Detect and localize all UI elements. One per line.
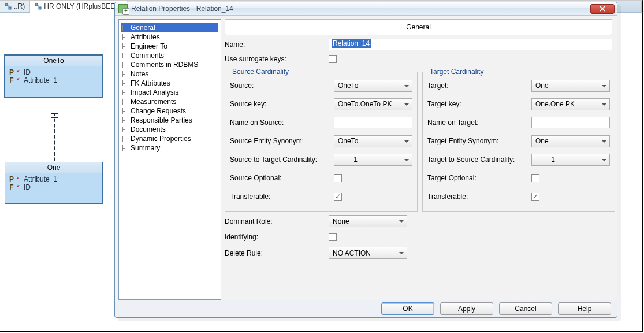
app-tab-2[interactable]: HR ONLY (HRplusBEER) <box>30 1 128 13</box>
target-select[interactable]: One <box>531 80 610 92</box>
nav-item-impact-analysis[interactable]: Impact Analysis <box>121 88 218 97</box>
target-to-source-card-label: Target to Source Cardinality: <box>427 156 531 164</box>
surrogate-label: Use surrogate keys: <box>225 55 329 63</box>
source-synonym-label: Source Entity Synonym: <box>230 137 334 145</box>
source-legend: Source Cardinality <box>230 68 291 76</box>
attr-required-icon: * <box>17 183 21 191</box>
name-input[interactable]: Relation_14 <box>329 39 612 50</box>
entity-title: One <box>5 162 102 173</box>
relation-end-marker <box>51 113 58 114</box>
source-cardinality-group: Source Cardinality Source:OneTo Source k… <box>225 68 418 212</box>
dominant-role-select[interactable]: None <box>329 215 407 227</box>
diagram-icon <box>35 3 42 10</box>
relation-end-marker <box>51 117 58 118</box>
identifying-checkbox[interactable] <box>329 233 337 241</box>
attr-required-icon: * <box>17 175 21 183</box>
nav-item-dynamic-properties[interactable]: Dynamic Properties <box>121 134 218 143</box>
attr-name: Attribute_1 <box>24 175 57 183</box>
relation-properties-dialog: Relation Properties - Relation_14 Genera… <box>114 2 617 318</box>
target-key-select[interactable]: One.One PK <box>531 98 610 110</box>
delete-rule-select[interactable]: NO ACTION <box>329 247 407 259</box>
target-cardinality-group: Target Cardinality Target:One Target key… <box>422 68 615 212</box>
nav-item-fk-attributes[interactable]: FK Attributes <box>121 79 218 88</box>
identifying-label: Identifying: <box>225 233 329 241</box>
source-label: Source: <box>230 82 334 90</box>
attr-name: ID <box>24 183 31 191</box>
source-optional-checkbox[interactable] <box>334 174 342 182</box>
dominant-role-label: Dominant Role: <box>225 217 329 225</box>
nav-item-summary[interactable]: Summary <box>121 143 218 153</box>
nav-item-general[interactable]: General <box>121 23 218 32</box>
nav-item-measurements[interactable]: Measurements <box>121 97 218 106</box>
entity-oneto[interactable]: OneTo P * ID F * Attribute_1 <box>5 55 103 97</box>
attr-key: P <box>9 68 14 76</box>
attr-key: P <box>9 175 14 183</box>
nav-item-change-requests[interactable]: Change Requests <box>121 106 218 116</box>
cancel-button[interactable]: Cancel <box>499 302 552 315</box>
svg-rect-3 <box>35 3 38 6</box>
name-on-target-input[interactable] <box>531 117 610 128</box>
target-transferable-checkbox[interactable] <box>531 193 539 201</box>
source-transferable-label: Transferable: <box>230 193 334 201</box>
attr-name: ID <box>24 68 31 76</box>
attr-required-icon: * <box>17 68 21 76</box>
name-on-source-label: Name on Source: <box>230 119 334 127</box>
relation-icon <box>118 4 128 13</box>
attr-key: F <box>9 183 14 191</box>
source-key-select[interactable]: OneTo.OneTo PK <box>334 98 412 110</box>
nav-item-engineer-to[interactable]: Engineer To <box>121 42 218 51</box>
source-select[interactable]: OneTo <box>334 80 412 92</box>
name-label: Name: <box>225 40 329 49</box>
surrogate-checkbox[interactable] <box>329 55 337 63</box>
panel-header: General <box>225 19 612 35</box>
nav-item-attributes[interactable]: Attributes <box>121 32 218 42</box>
nav-item-comments-rdbms[interactable]: Comments in RDBMS <box>121 60 218 69</box>
source-transferable-checkbox[interactable] <box>334 193 342 201</box>
target-legend: Target Cardinality <box>427 68 486 76</box>
entity-attr-row: F * ID <box>9 183 99 191</box>
nav-item-documents[interactable]: Documents <box>121 125 218 134</box>
attr-name: Attribute_1 <box>24 76 57 84</box>
source-synonym-select[interactable]: OneTo <box>334 135 412 147</box>
source-to-target-card-label: Source to Target Cardinality: <box>230 156 334 164</box>
dialog-content: General Name: Relation_14 Use surrogate … <box>224 16 617 300</box>
dialog-button-row: OK Apply Cancel Help <box>381 302 611 315</box>
close-button[interactable] <box>590 4 615 14</box>
app-tab-1-label: ..R) <box>14 2 25 10</box>
entity-title: OneTo <box>5 56 102 66</box>
name-on-target-label: Name on Target: <box>427 119 531 127</box>
source-key-label: Source key: <box>230 100 334 108</box>
target-synonym-label: Target Entity Synonym: <box>427 137 531 145</box>
target-to-source-card-select[interactable]: —— 1 <box>531 154 610 166</box>
app-tab-2-label: HR ONLY (HRplusBEER) <box>44 2 122 10</box>
app-tab-1[interactable]: ..R) <box>0 1 30 12</box>
source-optional-label: Source Optional: <box>230 174 334 182</box>
entity-one[interactable]: One P * Attribute_1 F * ID <box>5 162 103 204</box>
ok-button[interactable]: OK <box>381 302 434 315</box>
diagram-icon <box>5 3 12 10</box>
apply-button[interactable]: Apply <box>440 302 493 315</box>
target-optional-label: Target Optional: <box>427 174 531 182</box>
target-optional-checkbox[interactable] <box>531 174 539 182</box>
target-transferable-label: Transferable: <box>427 193 531 201</box>
help-button[interactable]: Help <box>558 302 611 315</box>
nav-item-notes[interactable]: Notes <box>121 69 218 79</box>
dialog-title: Relation Properties - Relation_14 <box>131 5 233 13</box>
name-on-source-input[interactable] <box>334 117 412 128</box>
attr-required-icon: * <box>17 76 21 84</box>
entity-body: P * Attribute_1 F * ID <box>5 173 102 204</box>
nav-item-comments[interactable]: Comments <box>121 51 218 60</box>
dialog-titlebar[interactable]: Relation Properties - Relation_14 <box>115 2 617 16</box>
target-label: Target: <box>427 82 531 90</box>
dialog-nav: General Attributes Engineer To Comments … <box>118 19 221 300</box>
source-to-target-card-select[interactable]: —— 1 <box>334 154 412 166</box>
entity-body: P * ID F * Attribute_1 <box>5 66 102 97</box>
delete-rule-label: Delete Rule: <box>225 249 329 257</box>
entity-attr-row: P * ID <box>9 68 99 76</box>
target-key-label: Target key: <box>427 100 531 108</box>
nav-item-responsible-parties[interactable]: Responsible Parties <box>121 116 218 125</box>
entity-attr-row: F * Attribute_1 <box>9 76 99 84</box>
entity-attr-row: P * Attribute_1 <box>9 175 99 183</box>
target-synonym-select[interactable]: One <box>531 135 610 147</box>
svg-rect-0 <box>5 3 8 6</box>
